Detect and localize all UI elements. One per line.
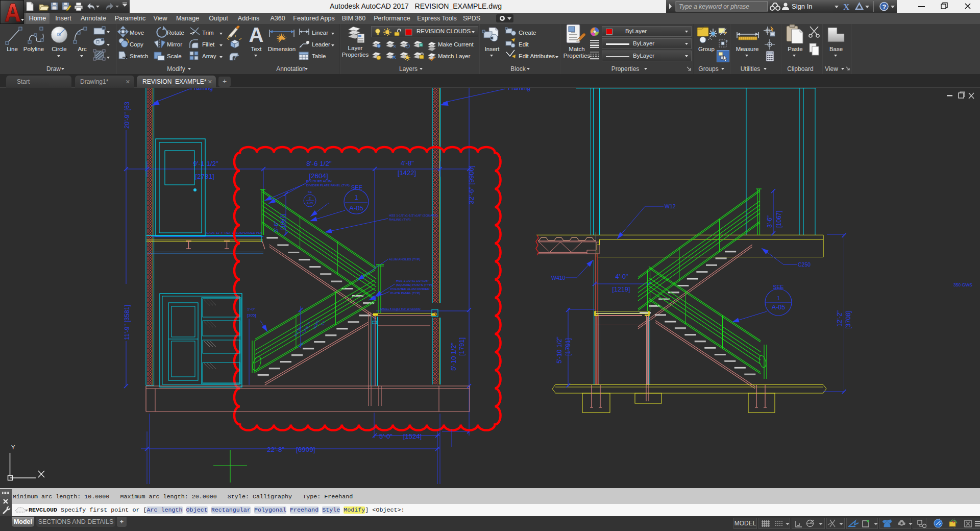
svg-text:5'-10 1/2": 5'-10 1/2" xyxy=(450,343,457,371)
svg-text:[1067]: [1067] xyxy=(280,214,286,230)
svg-text:1: 1 xyxy=(777,295,780,301)
svg-text:[1524]: [1524] xyxy=(403,432,422,440)
svg-text:SEE: SEE xyxy=(773,284,783,290)
svg-text:RAILING (TYP): RAILING (TYP) xyxy=(389,218,411,221)
svg-text:Y: Y xyxy=(11,444,15,450)
svg-text:A-05: A-05 xyxy=(307,202,313,205)
svg-text:W410: W410 xyxy=(551,275,566,281)
svg-text:[6909]: [6909] xyxy=(296,446,315,453)
svg-text:DIVIDER PLATE PANEL (TYP): DIVIDER PLATE PANEL (TYP) xyxy=(306,183,350,187)
svg-text:[305]: [305] xyxy=(247,313,256,318)
svg-text:X: X xyxy=(843,2,850,12)
svg-text:Framing: Framing xyxy=(508,88,530,91)
svg-text:[1422]: [1422] xyxy=(398,169,416,177)
svg-text:A-05: A-05 xyxy=(772,304,785,311)
svg-text:4'-8": 4'-8" xyxy=(401,159,414,167)
svg-text:Framing: Framing xyxy=(190,88,213,91)
svg-text:[1791]: [1791] xyxy=(565,338,572,356)
svg-text:[1791]: [1791] xyxy=(458,337,465,356)
svg-text:HSS 1-1/2"x1-1/2"x1/8": HSS 1-1/2"x1-1/2"x1/8" xyxy=(396,279,429,282)
svg-text:(SQUARE) POSTS (TYP): (SQUARE) POSTS (TYP) xyxy=(396,283,432,286)
svg-text:Sign In: Sign In xyxy=(792,3,812,10)
svg-text:5'-10 1/2": 5'-10 1/2" xyxy=(556,336,563,364)
svg-text:5'-0": 5'-0" xyxy=(379,432,393,440)
svg-text:A-05: A-05 xyxy=(349,204,363,212)
svg-text:Type a keyword or phrase: Type a keyword or phrase xyxy=(679,3,749,10)
svg-text:[1067]: [1067] xyxy=(775,211,782,228)
svg-text:9'-1 1/2": 9'-1 1/2" xyxy=(193,160,218,167)
svg-text:3'-6": 3'-6" xyxy=(273,221,279,232)
svg-text:PLATE PANEL (TYP): PLATE PANEL (TYP) xyxy=(390,291,420,295)
svg-text:3'-6": 3'-6" xyxy=(766,215,773,228)
svg-text:[2604]: [2604] xyxy=(309,172,328,180)
svg-text:W12: W12 xyxy=(665,203,676,209)
svg-text:ALUM ANGLES (TYP): ALUM ANGLES (TYP) xyxy=(389,257,421,261)
svg-text:2: 2 xyxy=(309,197,311,200)
svg-text:1'-0": 1'-0" xyxy=(247,307,255,311)
svg-text:C250: C250 xyxy=(798,261,811,268)
svg-text:[2781]: [2781] xyxy=(195,173,214,180)
svg-text:4'-0": 4'-0" xyxy=(616,273,628,280)
svg-text:HSS 1-1/2"x1-1/2"x1/8" (SQUARE: HSS 1-1/2"x1-1/2"x1/8" (SQUARE) xyxy=(389,213,438,217)
svg-text:20'-9" [63: 20'-9" [63 xyxy=(124,102,131,129)
svg-text:8'-6 1/2": 8'-6 1/2" xyxy=(306,160,332,167)
svg-text:SEE: SEE xyxy=(351,184,362,190)
svg-text:6 T: 6 T xyxy=(321,320,326,326)
svg-text:22'-8": 22'-8" xyxy=(267,446,285,453)
svg-text:32'-6" [9906]: 32'-6" [9906] xyxy=(468,165,475,204)
svg-text:POLISHED ALUM: POLISHED ALUM xyxy=(306,179,332,183)
svg-text:POLISHED ALUM DIVIDER: POLISHED ALUM DIVIDER xyxy=(390,287,430,291)
svg-text:SE: SE xyxy=(308,190,312,194)
svg-text:350 GWS: 350 GWS xyxy=(953,282,972,287)
svg-text:SMALL 8 H1@2 TOP W CHORD: SMALL 8 H1@2 TOP W CHORD xyxy=(380,307,421,310)
svg-text:12'-2": 12'-2" xyxy=(836,310,843,327)
svg-text:[3708]: [3708] xyxy=(845,311,852,329)
svg-text:?: ? xyxy=(883,4,887,11)
svg-text:11'-9" [3581]: 11'-9" [3581] xyxy=(124,305,131,340)
svg-text:[1219]: [1219] xyxy=(612,286,630,293)
svg-text:1: 1 xyxy=(355,194,358,201)
